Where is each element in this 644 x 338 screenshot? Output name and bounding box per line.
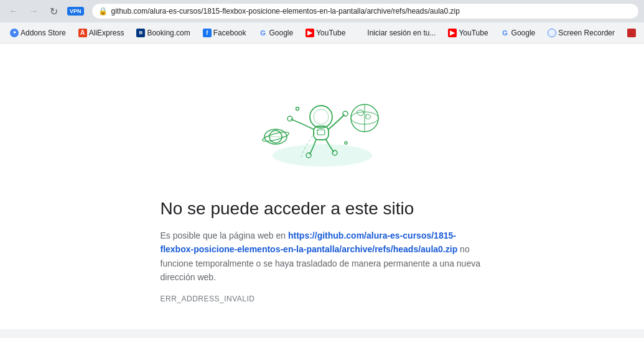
svg-point-0 — [273, 144, 372, 167]
google-icon: G — [258, 29, 267, 37]
screen-recorder-icon — [548, 29, 556, 37]
svg-point-13 — [287, 116, 292, 121]
reload-button[interactable]: ↻ — [45, 2, 62, 20]
google2-icon: G — [501, 29, 510, 37]
bookmark-extra[interactable] — [622, 27, 641, 39]
bookmark-addons[interactable]: ✦ Addons Store — [5, 27, 71, 39]
page-content: No se puede acceder a este sitio Es posi… — [0, 43, 644, 329]
booking-icon: B — [136, 29, 145, 37]
error-title: No se puede acceder a este sitio — [161, 199, 484, 219]
address-bar[interactable]: 🔒 github.com/alura-es-cursos/1815-flexbo… — [91, 3, 639, 19]
astronaut-svg — [241, 68, 403, 180]
nav-buttons: ← → ↻ — [5, 2, 62, 20]
error-illustration — [241, 68, 403, 180]
bookmark-booking[interactable]: B Booking.com — [131, 27, 195, 39]
bookmark-label: Booking.com — [147, 29, 190, 37]
error-description: Es posible que la página web en https://… — [161, 229, 484, 285]
back-button[interactable]: ← — [5, 2, 22, 20]
bookmark-facebook[interactable]: f Facebook — [198, 27, 251, 39]
bookmark-youtube2[interactable]: ▶ YouTube — [443, 27, 493, 39]
svg-point-11 — [314, 109, 329, 124]
bookmark-label: Google — [511, 29, 536, 37]
extra-icon — [627, 29, 636, 37]
error-description-before: Es posible que la página web en — [161, 231, 288, 240]
svg-point-10 — [310, 106, 332, 128]
lock-icon: 🔒 — [98, 7, 108, 16]
bookmark-label: Addons Store — [21, 29, 66, 37]
bookmark-label: Google — [269, 29, 293, 37]
bookmark-screen-recorder[interactable]: Screen Recorder — [543, 27, 620, 39]
title-bar: ← → ↻ VPN 🔒 github.com/alura-es-cursos/1… — [0, 0, 644, 22]
bookmark-google2[interactable]: G Google — [496, 27, 541, 39]
vpn-badge: VPN — [67, 7, 84, 16]
facebook-icon: f — [203, 29, 212, 37]
bookmark-youtube1[interactable]: ▶ YouTube — [301, 27, 350, 39]
bookmark-label: Screen Recorder — [558, 29, 615, 37]
aliexpress-icon: A — [78, 29, 87, 37]
youtube2-icon: ▶ — [448, 29, 457, 37]
addons-icon: ✦ — [10, 29, 19, 37]
bookmark-google1[interactable]: G Google — [253, 27, 298, 39]
bookmark-microsoft[interactable]: Iniciar sesión en tu... — [353, 27, 441, 39]
svg-point-8 — [296, 107, 299, 111]
bookmark-label: YouTube — [459, 29, 488, 37]
bookmark-aliexpress[interactable]: A AliExpress — [73, 27, 129, 39]
error-code: ERR_ADDRESS_INVALID — [161, 295, 484, 303]
forward-button[interactable]: → — [25, 2, 42, 20]
bookmark-label: Iniciar sesión en tu... — [367, 29, 436, 37]
microsoft-icon — [358, 29, 365, 37]
bookmark-label: Facebook — [213, 29, 246, 37]
bookmark-label: YouTube — [316, 29, 345, 37]
browser-chrome: ← → ↻ VPN 🔒 github.com/alura-es-cursos/1… — [0, 0, 644, 329]
svg-point-14 — [343, 111, 348, 116]
bookmark-label: AliExpress — [89, 29, 124, 37]
address-text: github.com/alura-es-cursos/1815-flexbox-… — [111, 7, 460, 16]
svg-point-9 — [345, 142, 347, 144]
svg-rect-17 — [317, 130, 325, 135]
error-section: No se puede acceder a este sitio Es posi… — [148, 199, 497, 303]
youtube-icon: ▶ — [306, 29, 314, 37]
bookmarks-bar: ✦ Addons Store A AliExpress B Booking.co… — [0, 22, 644, 43]
